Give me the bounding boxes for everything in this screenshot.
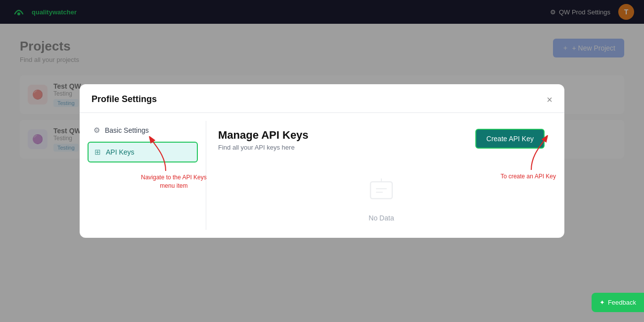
empty-icon (367, 175, 396, 210)
modal-header: Profile Settings × (80, 84, 564, 113)
content-title: Manage API Keys (218, 129, 309, 142)
feedback-label: Feedback (608, 299, 636, 306)
modal-overlay: Profile Settings × Basic Settings ⊞ API … (0, 0, 644, 322)
modal-close-button[interactable]: × (547, 95, 552, 105)
feedback-button[interactable]: ✦ Feedback (592, 293, 644, 312)
sidebar-item-api-keys[interactable]: ⊞ API Keys (88, 142, 198, 162)
modal-content-area: Manage API Keys Find all your API keys h… (206, 121, 556, 230)
empty-state: No Data (218, 175, 545, 222)
sidebar-item-basic-settings[interactable]: Basic Settings (88, 121, 198, 140)
profile-settings-modal: Profile Settings × Basic Settings ⊞ API … (80, 84, 564, 238)
content-header: Manage API Keys Find all your API keys h… (218, 129, 545, 151)
sidebar-item-label-basic: Basic Settings (105, 126, 149, 134)
modal-body: Basic Settings ⊞ API Keys Manage API Key… (80, 113, 564, 238)
api-icon: ⊞ (94, 148, 101, 157)
modal-title: Profile Settings (92, 94, 157, 105)
modal-sidebar: Basic Settings ⊞ API Keys (88, 121, 206, 230)
gear-icon (93, 126, 100, 135)
star-icon: ✦ (599, 299, 605, 306)
sidebar-item-label-api: API Keys (106, 148, 135, 156)
empty-text: No Data (368, 214, 394, 222)
create-api-key-button[interactable]: Create API Key (475, 129, 545, 149)
svg-rect-2 (370, 182, 392, 199)
content-subtitle: Find all your API keys here (218, 144, 309, 151)
